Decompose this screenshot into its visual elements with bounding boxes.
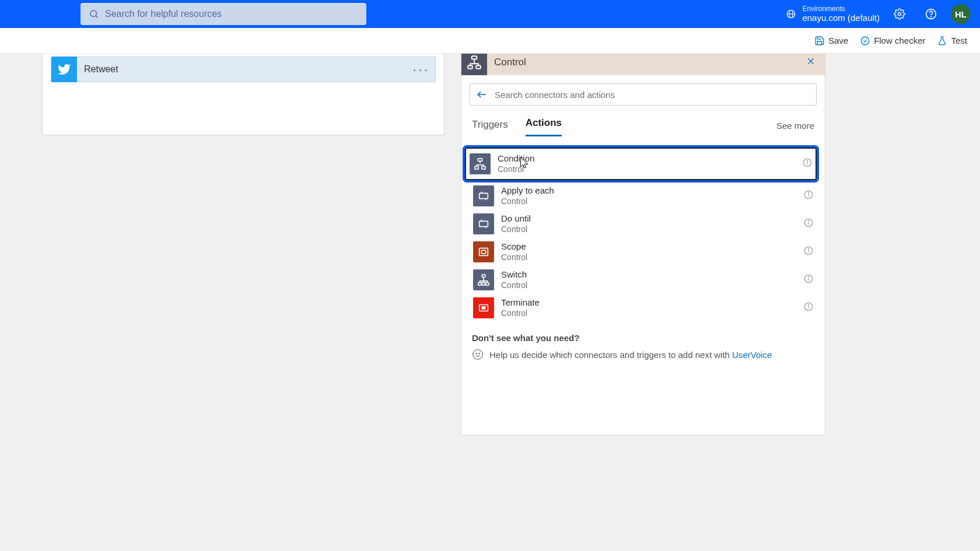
- svg-rect-29: [480, 248, 488, 256]
- save-label: Save: [828, 36, 848, 45]
- tab-bar: Triggers Actions See more: [470, 117, 817, 137]
- svg-rect-34: [482, 275, 485, 278]
- settings-button[interactable]: [888, 8, 911, 20]
- step-menu-button[interactable]: ···: [412, 66, 429, 73]
- svg-point-45: [808, 304, 808, 305]
- flow-step-title: Retweet: [84, 64, 405, 75]
- svg-point-5: [898, 13, 901, 16]
- help-button[interactable]: [919, 8, 943, 20]
- gear-icon: [894, 8, 905, 20]
- twitter-connector-icon: [51, 57, 77, 82]
- environment-picker[interactable]: Environments enayu.com (default): [786, 5, 880, 23]
- action-item-condition[interactable]: ConditionControl: [465, 148, 817, 180]
- back-button[interactable]: [476, 89, 488, 100]
- see-more-link[interactable]: See more: [776, 121, 814, 136]
- svg-rect-9: [472, 56, 477, 59]
- svg-rect-36: [482, 283, 485, 286]
- svg-rect-16: [475, 167, 478, 170]
- help-text: Help us decide which connectors and trig…: [489, 350, 772, 360]
- terminate-icon: [473, 297, 494, 318]
- switch-icon: [473, 269, 494, 290]
- tab-triggers[interactable]: Triggers: [472, 119, 508, 136]
- test-label: Test: [951, 36, 967, 45]
- global-search-wrap: Search for helpful resources: [80, 3, 366, 25]
- action-title: Do until: [501, 213, 531, 224]
- info-icon[interactable]: [804, 246, 813, 258]
- tab-actions[interactable]: Actions: [526, 117, 562, 136]
- svg-point-7: [931, 16, 932, 17]
- svg-point-40: [808, 276, 808, 277]
- save-button[interactable]: Save: [814, 36, 848, 46]
- svg-point-46: [473, 350, 483, 360]
- search-icon: [89, 9, 99, 19]
- global-search-input[interactable]: Search for helpful resources: [80, 3, 366, 25]
- save-icon: [814, 36, 825, 46]
- checker-icon: [860, 36, 870, 46]
- svg-line-1: [96, 16, 97, 17]
- help-title: Don't see what you need?: [472, 333, 814, 343]
- svg-point-33: [808, 248, 808, 249]
- action-item-terminate[interactable]: TerminateControl: [470, 296, 817, 320]
- info-icon[interactable]: [804, 302, 813, 314]
- panel-title: Control: [494, 57, 796, 68]
- action-subtitle: Control: [501, 224, 531, 235]
- svg-rect-25: [480, 221, 488, 226]
- avatar-initials: HL: [955, 9, 967, 19]
- global-search-placeholder: Search for helpful resources: [105, 9, 222, 19]
- action-title: Terminate: [501, 297, 540, 308]
- info-icon[interactable]: [804, 218, 813, 230]
- test-button[interactable]: Test: [937, 36, 967, 46]
- app-header: Search for helpful resources Environment…: [0, 0, 980, 28]
- action-title: Scope: [501, 241, 527, 252]
- loop-icon: [473, 213, 494, 234]
- svg-point-28: [808, 220, 808, 221]
- question-icon: [925, 8, 937, 20]
- svg-rect-35: [478, 283, 482, 286]
- close-panel-button[interactable]: [803, 54, 819, 71]
- info-icon[interactable]: [804, 190, 813, 202]
- svg-point-0: [90, 10, 97, 17]
- action-subtitle: Control: [501, 308, 540, 319]
- environment-name: enayu.com (default): [802, 13, 880, 23]
- action-title: Apply to each: [501, 185, 554, 196]
- control-connector-icon: [461, 54, 487, 75]
- twitter-icon: [57, 62, 71, 76]
- info-icon[interactable]: [804, 274, 813, 286]
- svg-point-24: [808, 192, 808, 193]
- flow-checker-label: Flow checker: [874, 36, 925, 45]
- info-icon[interactable]: [803, 158, 812, 170]
- flow-checker-button[interactable]: Flow checker: [860, 36, 925, 46]
- svg-rect-42: [482, 307, 485, 309]
- svg-rect-21: [480, 193, 488, 198]
- action-subtitle: Control: [501, 280, 527, 291]
- action-search[interactable]: Search connectors and actions: [470, 83, 817, 106]
- svg-rect-17: [482, 167, 485, 170]
- uservoice-link[interactable]: UserVoice: [732, 350, 772, 360]
- flow-step-card: Retweet ···: [42, 54, 444, 135]
- environment-label: Environments: [802, 5, 880, 13]
- globe-icon: [786, 9, 796, 19]
- action-item-do-until[interactable]: Do untilControl: [470, 212, 817, 236]
- control-icon: [467, 55, 482, 70]
- flask-icon: [937, 36, 947, 46]
- action-item-apply-to-each[interactable]: Apply to eachControl: [470, 184, 817, 208]
- svg-rect-37: [486, 283, 489, 286]
- scope-icon: [473, 241, 494, 262]
- flow-canvas: Retweet ··· Control Search connectors an…: [0, 54, 980, 551]
- avatar[interactable]: HL: [951, 4, 971, 24]
- svg-rect-10: [468, 65, 473, 68]
- action-subtitle: Control: [498, 164, 534, 175]
- svg-point-20: [807, 160, 807, 161]
- loop-icon: [473, 185, 494, 206]
- action-picker-panel: Control Search connectors and actions Tr…: [461, 54, 825, 436]
- action-item-switch[interactable]: SwitchControl: [470, 268, 817, 292]
- svg-rect-11: [476, 65, 481, 68]
- help-block: Don't see what you need? Help us decide …: [470, 324, 817, 424]
- action-list: ConditionControlApply to eachControlDo u…: [470, 137, 817, 320]
- action-title: Switch: [501, 269, 527, 280]
- arrow-left-icon: [476, 89, 488, 100]
- flow-step-header[interactable]: Retweet ···: [51, 57, 436, 82]
- action-item-scope[interactable]: ScopeControl: [470, 240, 817, 264]
- smiley-icon: [472, 349, 484, 360]
- svg-rect-15: [478, 159, 482, 162]
